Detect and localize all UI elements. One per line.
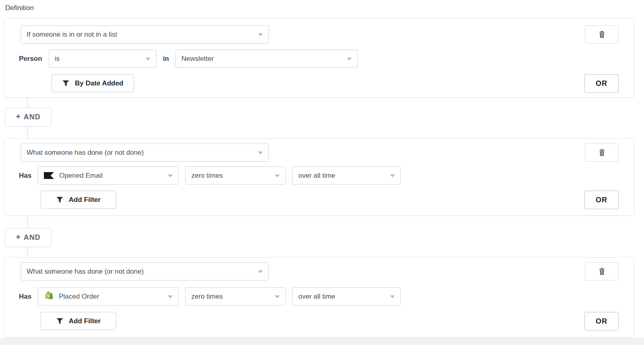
shopify-bag-icon: S: [44, 291, 54, 302]
subject-label: Has: [19, 172, 31, 180]
condition-detail-row: Has Opened Email zero times over all tim…: [19, 166, 401, 185]
event-select[interactable]: S Placed Order: [38, 287, 179, 306]
list-value: Newsletter: [182, 55, 214, 63]
condition-type-row: If someone is in or not in a list: [21, 25, 269, 44]
condition-card-list: If someone is in or not in a list Person…: [4, 18, 634, 98]
timeframe-select[interactable]: over all time: [292, 287, 401, 306]
and-label: AND: [24, 233, 41, 242]
delete-condition-button[interactable]: [585, 143, 619, 162]
frequency-select[interactable]: zero times: [185, 166, 286, 185]
and-label: AND: [24, 113, 41, 121]
condition-filter-row: Add Filter: [41, 191, 116, 209]
membership-operator-value: is: [55, 55, 60, 63]
membership-operator-select[interactable]: is: [49, 50, 157, 68]
chevron-down-icon: [347, 58, 352, 60]
add-filter-button[interactable]: Add Filter: [41, 191, 116, 209]
subject-label: Person: [19, 55, 42, 63]
condition-type-value: What someone has done (or not done): [27, 268, 144, 276]
frequency-select[interactable]: zero times: [185, 287, 286, 306]
or-button[interactable]: OR: [584, 191, 619, 209]
list-select[interactable]: Newsletter: [175, 50, 358, 68]
event-select[interactable]: Opened Email: [38, 166, 179, 185]
or-button[interactable]: OR: [584, 312, 619, 330]
chevron-down-icon: [275, 175, 280, 177]
chevron-down-icon: [168, 295, 173, 298]
plus-icon: +: [16, 233, 21, 242]
chevron-down-icon: [390, 295, 395, 298]
condition-type-select[interactable]: What someone has done (or not done): [21, 262, 269, 281]
trash-icon: [599, 268, 605, 275]
segment-definition-builder: { "page": { "title": "Definition" }, "pl…: [0, 0, 644, 345]
add-filter-label: Add Filter: [69, 196, 101, 204]
plus-icon: +: [16, 112, 21, 121]
page-title: Definition: [5, 4, 34, 12]
by-date-added-label: By Date Added: [75, 79, 123, 87]
chevron-down-icon: [146, 58, 151, 60]
trash-icon: [599, 31, 605, 38]
chevron-down-icon: [258, 152, 263, 154]
subject-label: Has: [19, 293, 31, 301]
frequency-value: zero times: [191, 293, 223, 301]
chevron-down-icon: [258, 270, 263, 273]
preposition-label: in: [163, 55, 169, 63]
by-date-added-button[interactable]: By Date Added: [52, 74, 134, 92]
condition-type-value: What someone has done (or not done): [27, 149, 144, 157]
delete-condition-button[interactable]: [585, 262, 619, 281]
add-and-condition-button[interactable]: + AND: [5, 228, 52, 247]
condition-type-row: What someone has done (or not done): [21, 262, 269, 281]
funnel-icon: [56, 197, 63, 203]
funnel-icon: [62, 80, 69, 87]
condition-type-row: What someone has done (or not done): [21, 143, 269, 162]
klaviyo-flag-icon: [44, 172, 54, 179]
condition-card-opened-email: What someone has done (or not done) Has …: [4, 138, 634, 216]
event-value: Placed Order: [59, 293, 99, 301]
add-filter-label: Add Filter: [69, 317, 101, 325]
timeframe-value: over all time: [298, 172, 335, 180]
condition-filter-row: By Date Added: [52, 74, 134, 92]
or-button[interactable]: OR: [584, 74, 619, 93]
chevron-down-icon: [258, 33, 263, 36]
event-value: Opened Email: [59, 172, 103, 180]
condition-type-select[interactable]: What someone has done (or not done): [21, 143, 269, 162]
frequency-value: zero times: [191, 172, 223, 180]
timeframe-select[interactable]: over all time: [292, 166, 401, 185]
condition-detail-row: Has S Placed Order zero times over all t…: [19, 287, 401, 306]
chevron-down-icon: [275, 295, 280, 298]
svg-text:S: S: [47, 293, 50, 298]
condition-type-select[interactable]: If someone is in or not in a list: [21, 25, 269, 44]
page-background-strip: [0, 338, 644, 345]
add-filter-button[interactable]: Add Filter: [41, 312, 116, 330]
trash-icon: [599, 149, 605, 156]
condition-type-value: If someone is in or not in a list: [27, 31, 117, 39]
condition-filter-row: Add Filter: [41, 312, 116, 330]
condition-card-placed-order: What someone has done (or not done) Has …: [4, 257, 634, 338]
timeframe-value: over all time: [298, 293, 335, 301]
condition-detail-row: Person is in Newsletter: [19, 50, 358, 68]
chevron-down-icon: [390, 175, 395, 177]
chevron-down-icon: [168, 175, 173, 177]
add-and-condition-button[interactable]: + AND: [5, 108, 52, 127]
funnel-icon: [56, 318, 63, 324]
delete-condition-button[interactable]: [585, 25, 619, 44]
